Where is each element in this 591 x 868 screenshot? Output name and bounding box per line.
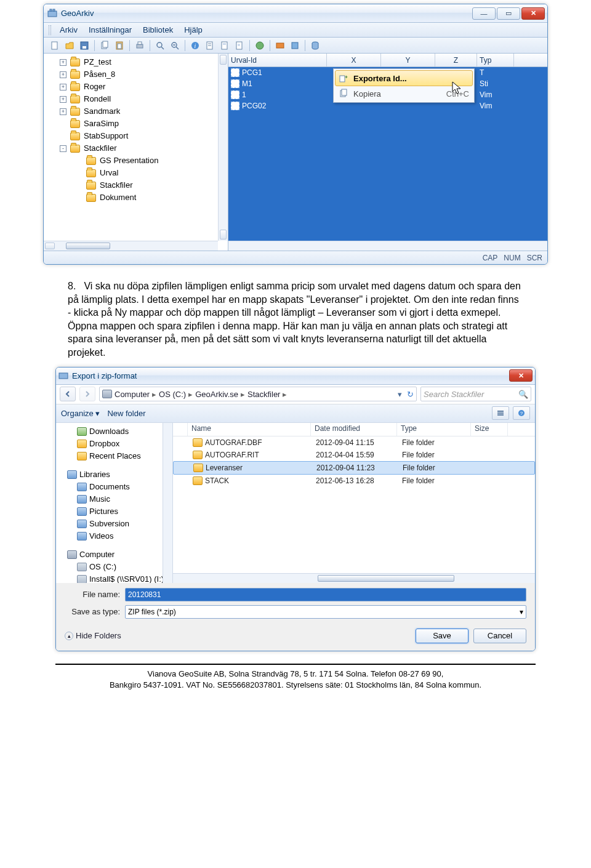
search-input[interactable]: Search Stackfiler 🔍: [420, 387, 531, 401]
tree-item[interactable]: Dokument: [47, 191, 228, 204]
breadcrumb-stackfiler[interactable]: Stackfiler: [247, 390, 280, 399]
places-tree[interactable]: DownloadsDropboxRecent PlacesLibrariesDo…: [56, 423, 173, 583]
menu-hjalp[interactable]: Hjälp: [179, 24, 207, 36]
breadcrumb[interactable]: Computer▸ OS (C:)▸ GeoArkiv.se▸ Stackfil…: [99, 387, 417, 401]
places-item[interactable]: Downloads: [56, 425, 172, 438]
places-item[interactable]: Computer: [56, 549, 172, 561]
tree-pane[interactable]: +PZ_test+Påsen_8+Roger+Rondell+SandmarkS…: [44, 54, 228, 251]
nav-back-button[interactable]: [60, 387, 76, 401]
col-z[interactable]: Z: [435, 54, 477, 66]
grid-pane: Urval-Id X Y Z Typ PCG10,000,000,00TM1)S…: [228, 54, 547, 251]
places-item[interactable]: Subversion: [56, 518, 172, 530]
expand-toggle[interactable]: +: [60, 84, 66, 90]
breadcrumb-refresh-icon[interactable]: ↻: [407, 390, 414, 399]
tree-item[interactable]: +PZ_test: [47, 56, 228, 68]
saveas-combo[interactable]: ZIP files (*.zip) ▾: [125, 605, 526, 619]
expand-toggle[interactable]: +: [60, 71, 66, 78]
save-close-button[interactable]: ✕: [509, 369, 533, 382]
filename-input[interactable]: [125, 588, 526, 601]
toolbar-tool1-icon[interactable]: [274, 39, 286, 52]
places-item[interactable]: Videos: [56, 530, 172, 542]
places-scrollbar[interactable]: [163, 423, 172, 583]
tree-item[interactable]: StabSupport: [47, 130, 228, 142]
places-item[interactable]: Dropbox: [56, 438, 172, 450]
folder-icon: [70, 145, 80, 153]
file-row[interactable]: AUTOGRAF.RIT2012-04-04 15:59File folder: [173, 449, 535, 461]
places-item[interactable]: Libraries: [56, 468, 172, 481]
places-item[interactable]: Music: [56, 493, 172, 505]
tree-item[interactable]: Stackfiler: [47, 179, 228, 191]
file-row[interactable]: Leveranser2012-09-04 11:23File folder: [173, 461, 535, 475]
save-button[interactable]: Save: [416, 629, 468, 643]
col-size[interactable]: Size: [471, 423, 508, 436]
expand-toggle[interactable]: +: [60, 108, 66, 115]
col-urval-id[interactable]: Urval-Id: [228, 54, 327, 66]
toolbar-save-icon[interactable]: [78, 39, 90, 52]
toolbar-zoomin-icon[interactable]: [154, 39, 166, 52]
help-button[interactable]: ?: [513, 406, 530, 420]
places-item[interactable]: Pictures: [56, 505, 172, 518]
toolbar-copy-icon[interactable]: [98, 39, 111, 52]
col-y[interactable]: Y: [381, 54, 435, 66]
places-item[interactable]: [56, 542, 172, 549]
maximize-button[interactable]: ▭: [497, 7, 520, 20]
titlebar[interactable]: GeoArkiv ― ▭ ✕: [44, 4, 547, 23]
horizontal-scrollbar[interactable]: [44, 241, 218, 251]
toolbar-globe-icon[interactable]: [254, 39, 266, 52]
toolbar-zoomout-icon[interactable]: [169, 39, 181, 52]
toolbar-db-icon[interactable]: [309, 39, 321, 52]
places-item[interactable]: Install$ (\\SRV01) (I:): [56, 573, 172, 583]
tree-item[interactable]: -Stackfiler: [47, 142, 228, 155]
tree-item[interactable]: GS Presentation: [47, 155, 228, 167]
col-type[interactable]: Type: [397, 423, 471, 436]
toolbar-tool2-icon[interactable]: [289, 39, 301, 52]
col-x[interactable]: X: [327, 54, 381, 66]
close-button[interactable]: ✕: [521, 7, 545, 20]
toolbar-info-icon[interactable]: i: [189, 39, 201, 52]
tree-item[interactable]: +Roger: [47, 81, 228, 93]
breadcrumb-geoarkiv[interactable]: GeoArkiv.se: [195, 390, 238, 399]
tree-item[interactable]: Urval: [47, 167, 228, 179]
breadcrumb-dropdown-icon[interactable]: ▾: [398, 390, 402, 399]
filelist-scrollbar[interactable]: [173, 573, 535, 583]
nav-forward-button[interactable]: [79, 387, 95, 401]
tree-item[interactable]: +Sandmark: [47, 105, 228, 118]
hide-folders-button[interactable]: ▴ Hide Folders: [65, 631, 121, 640]
toolbar-paste-icon[interactable]: [113, 39, 126, 52]
expand-toggle[interactable]: +: [60, 96, 66, 103]
file-row[interactable]: AUTOGRAF.DBF2012-09-04 11:15File folder: [173, 436, 535, 449]
minimize-button[interactable]: ―: [472, 7, 496, 20]
toolbar-open-icon[interactable]: [63, 39, 76, 52]
menu-bibliotek[interactable]: Bibliotek: [138, 24, 178, 36]
breadcrumb-osc[interactable]: OS (C:): [159, 390, 186, 399]
newfolder-button[interactable]: New folder: [107, 409, 145, 418]
tree-item[interactable]: +Rondell: [47, 93, 228, 105]
expand-toggle[interactable]: +: [60, 59, 66, 66]
col-date[interactable]: Date modified: [311, 423, 397, 436]
breadcrumb-computer[interactable]: Computer: [115, 390, 150, 399]
col-typ[interactable]: Typ: [477, 54, 514, 66]
grid-horizontal-scrollbar[interactable]: [228, 241, 547, 251]
toolbar-doc1-icon[interactable]: [204, 39, 216, 52]
tree-item[interactable]: SaraSimp: [47, 118, 228, 130]
places-item[interactable]: OS (C:): [56, 561, 172, 573]
organize-menu[interactable]: Organize ▾: [61, 409, 100, 418]
file-row[interactable]: STACK2012-06-13 16:28File folder: [173, 475, 535, 487]
file-list[interactable]: Name Date modified Type Size AUTOGRAF.DB…: [173, 423, 535, 583]
expand-toggle[interactable]: -: [60, 145, 66, 152]
toolbar-print-icon[interactable]: [134, 39, 146, 52]
menu-installningar[interactable]: Inställningar: [84, 24, 137, 36]
vertical-scrollbar[interactable]: [218, 54, 228, 241]
places-item[interactable]: [56, 462, 172, 468]
view-mode-button[interactable]: [492, 406, 509, 420]
col-name[interactable]: Name: [188, 423, 311, 436]
toolbar-doc2-icon[interactable]: [219, 39, 231, 52]
save-titlebar[interactable]: Export i zip-format ✕: [56, 368, 535, 385]
places-item[interactable]: Recent Places: [56, 450, 172, 462]
tree-item[interactable]: +Påsen_8: [47, 68, 228, 81]
places-item[interactable]: Documents: [56, 481, 172, 493]
toolbar-doc3-icon[interactable]: [233, 39, 246, 52]
toolbar-new-icon[interactable]: [49, 39, 61, 52]
cancel-button[interactable]: Cancel: [473, 629, 526, 643]
menu-arkiv[interactable]: Arkiv: [55, 24, 82, 36]
